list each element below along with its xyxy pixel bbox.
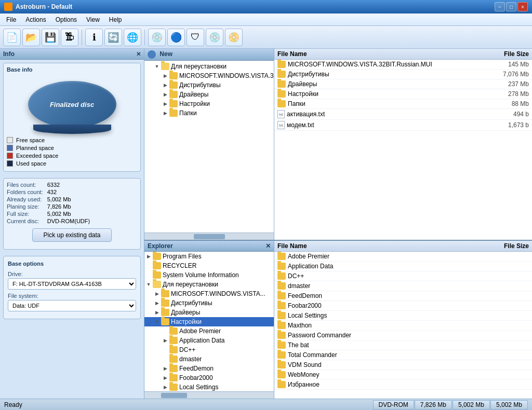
drive-select[interactable]: F: HL-DT-STDVDRAM GSA-4163B bbox=[8, 278, 136, 290]
info-panel-title: Info bbox=[3, 50, 15, 58]
expand-icon[interactable]: ▶ bbox=[153, 290, 161, 298]
toolbar-new-button[interactable]: 📄 bbox=[3, 29, 21, 46]
exp-file-row-11[interactable]: VDM Sound bbox=[274, 360, 532, 370]
expand-icon[interactable]: ▼ bbox=[153, 318, 161, 326]
toolbar-burn1-button[interactable]: 💿 bbox=[148, 29, 166, 46]
toolbar-refresh-button[interactable]: 🔄 bbox=[104, 29, 122, 46]
file-row-2[interactable]: Драйверы 237 Mb bbox=[274, 79, 532, 89]
explorer-item-localsettings[interactable]: ▶ Local Settings bbox=[144, 382, 274, 391]
exp-file-name-6: Local Settings bbox=[288, 312, 487, 319]
tree-item-2[interactable]: ▶ Дистрибутивы bbox=[144, 80, 274, 90]
expand-icon[interactable]: ▶ bbox=[161, 72, 169, 80]
explorer-item-distr[interactable]: ▶ Дистрибутивы bbox=[144, 298, 274, 308]
tree-label: RECYCLER bbox=[163, 262, 196, 269]
tree-item-0[interactable]: ▼ Для переустановки bbox=[144, 62, 274, 71]
exp-file-row-2[interactable]: DC++ bbox=[274, 271, 532, 281]
expand-icon[interactable]: ▶ bbox=[161, 374, 169, 382]
exp-file-row-7[interactable]: Maxthon bbox=[274, 321, 532, 331]
explorer-item-svi[interactable]: ▶ System Volume Information bbox=[144, 270, 274, 280]
expand-icon[interactable]: ▶ bbox=[153, 308, 161, 317]
col-name-header: File Name bbox=[277, 50, 487, 58]
menu-file[interactable]: File bbox=[2, 15, 20, 24]
file-row-0[interactable]: MICROSOFT.WINDOWS.VISTA.32BIT.Russian.MU… bbox=[274, 60, 532, 70]
tree-hscrollbar[interactable] bbox=[144, 233, 274, 240]
exp-file-row-1[interactable]: Application Data bbox=[274, 262, 532, 271]
exp-file-row-12[interactable]: WebMoney bbox=[274, 370, 532, 380]
toolbar-burn2-button[interactable]: 🔵 bbox=[167, 29, 185, 46]
toolbar-info-button[interactable]: ℹ bbox=[85, 29, 103, 46]
explorer-item-program-files[interactable]: ▶ Program Files bbox=[144, 252, 274, 261]
exp-file-row-8[interactable]: Password Commander bbox=[274, 331, 532, 340]
explorer-close-icon[interactable]: ✕ bbox=[265, 242, 271, 250]
compilation-title: New bbox=[159, 50, 172, 58]
minimize-button[interactable]: − bbox=[495, 2, 505, 11]
explorer-item-dcpp[interactable]: ▶ DC++ bbox=[144, 345, 274, 354]
menu-view[interactable]: View bbox=[82, 15, 104, 24]
explorer-item-drivers[interactable]: ▶ Драйверы bbox=[144, 308, 274, 317]
exp-file-row-9[interactable]: The bat bbox=[274, 340, 532, 350]
legend-used-label: Used space bbox=[16, 160, 46, 167]
toolbar-open-button[interactable]: 📂 bbox=[22, 29, 40, 46]
expand-icon[interactable]: ▶ bbox=[161, 90, 169, 99]
toolbar-iso-button[interactable]: 🗜 bbox=[61, 29, 78, 46]
toolbar-save-button[interactable]: 💾 bbox=[42, 29, 59, 46]
exp-file-row-0[interactable]: Adobe Premier bbox=[274, 252, 532, 262]
explorer-files-content[interactable]: Adobe Premier Application Data DC++ bbox=[274, 252, 532, 399]
expand-icon[interactable]: ▼ bbox=[153, 62, 161, 71]
explorer-item-adobe[interactable]: ▶ Adobe Premier bbox=[144, 326, 274, 336]
filesystem-select[interactable]: Data: UDF bbox=[8, 300, 136, 311]
legend-used: Used space bbox=[7, 160, 137, 167]
info-panel-header: Info ✕ bbox=[0, 49, 144, 60]
file-row-1[interactable]: Дистрибутивы 7,076 Mb bbox=[274, 70, 532, 79]
explorer-item-dmaster[interactable]: ▶ dmaster bbox=[144, 354, 274, 364]
explorer-item-ms[interactable]: ▶ MICROSOFT.WINDOWS.VISTA... bbox=[144, 289, 274, 298]
expand-icon[interactable]: ▼ bbox=[144, 280, 153, 289]
explorer-item-appdata[interactable]: ▶ Application Data bbox=[144, 336, 274, 345]
exp-file-row-3[interactable]: dmaster bbox=[274, 281, 532, 291]
expand-icon[interactable]: ▶ bbox=[161, 336, 169, 345]
expand-icon[interactable]: ▶ bbox=[161, 364, 169, 373]
file-row-4[interactable]: Папки 88 Mb bbox=[274, 99, 532, 109]
expand-icon[interactable]: ▶ bbox=[161, 81, 169, 89]
maximize-button[interactable]: □ bbox=[506, 2, 516, 11]
toolbar-burn3-button[interactable]: 🛡 bbox=[187, 29, 204, 46]
expand-icon[interactable]: ▶ bbox=[161, 383, 169, 391]
file-row-3[interactable]: Настройки 278 Mb bbox=[274, 89, 532, 99]
pickup-button[interactable]: Pick up existing data bbox=[32, 228, 111, 242]
explorer-hscrollbar[interactable] bbox=[144, 391, 274, 399]
exp-file-row-10[interactable]: Total Commander bbox=[274, 350, 532, 360]
explorer-tree-content[interactable]: ▶ Program Files ▶ RECYCLER ▶ System bbox=[144, 252, 274, 391]
tree-item-4[interactable]: ▶ Настройки bbox=[144, 99, 274, 108]
title-bar-controls[interactable]: − □ × bbox=[495, 2, 528, 11]
file-list-top-content[interactable]: MICROSOFT.WINDOWS.VISTA.32BIT.Russian.MU… bbox=[274, 60, 532, 240]
compilation-tree-content[interactable]: ▼ Для переустановки ▶ MICROSOFT.WINDOWS.… bbox=[144, 61, 274, 233]
file-row-6[interactable]: txt модем.txt 1,673 b bbox=[274, 120, 532, 131]
toolbar-burn4-button[interactable]: 💿 bbox=[206, 29, 223, 46]
explorer-item-foobar[interactable]: ▶ Foobar2000 bbox=[144, 373, 274, 382]
toolbar-burn5-button[interactable]: 📀 bbox=[225, 29, 243, 46]
file-row-5[interactable]: txt активация.txt 494 b bbox=[274, 109, 532, 120]
explorer-item-feeddemon[interactable]: ▶ FeedDemon bbox=[144, 364, 274, 373]
expand-icon[interactable]: ▶ bbox=[144, 252, 153, 261]
close-button[interactable]: × bbox=[517, 2, 528, 11]
expand-icon[interactable]: ▶ bbox=[161, 100, 169, 108]
explorer-item-settings[interactable]: ▼ Настройки bbox=[144, 317, 274, 326]
exp-file-row-4[interactable]: FeedDemon bbox=[274, 291, 532, 301]
exp-file-row-6[interactable]: Local Settings bbox=[274, 311, 532, 321]
exp-file-row-13[interactable]: Избранное bbox=[274, 380, 532, 390]
menu-help[interactable]: Help bbox=[105, 15, 126, 24]
tree-label: Дистрибутивы bbox=[171, 299, 212, 307]
expand-icon[interactable]: ▶ bbox=[153, 299, 161, 307]
exp-file-row-5[interactable]: Foobar2000 bbox=[274, 301, 532, 311]
tree-item-5[interactable]: ▶ Папки bbox=[144, 108, 274, 118]
menu-actions[interactable]: Actions bbox=[21, 15, 50, 24]
toolbar-internet-button[interactable]: 🌐 bbox=[124, 29, 141, 46]
menu-options[interactable]: Options bbox=[51, 15, 81, 24]
explorer-item-reinstall[interactable]: ▼ Для переустановки bbox=[144, 280, 274, 289]
expand-icon[interactable]: ▶ bbox=[161, 109, 169, 117]
explorer-item-recycler[interactable]: ▶ RECYCLER bbox=[144, 261, 274, 270]
info-panel-close[interactable]: ✕ bbox=[136, 51, 141, 58]
folder-icon bbox=[169, 356, 178, 363]
tree-item-3[interactable]: ▶ Драйверы bbox=[144, 90, 274, 99]
tree-item-1[interactable]: ▶ MICROSOFT.WINDOWS.VISTA.3... bbox=[144, 71, 274, 80]
